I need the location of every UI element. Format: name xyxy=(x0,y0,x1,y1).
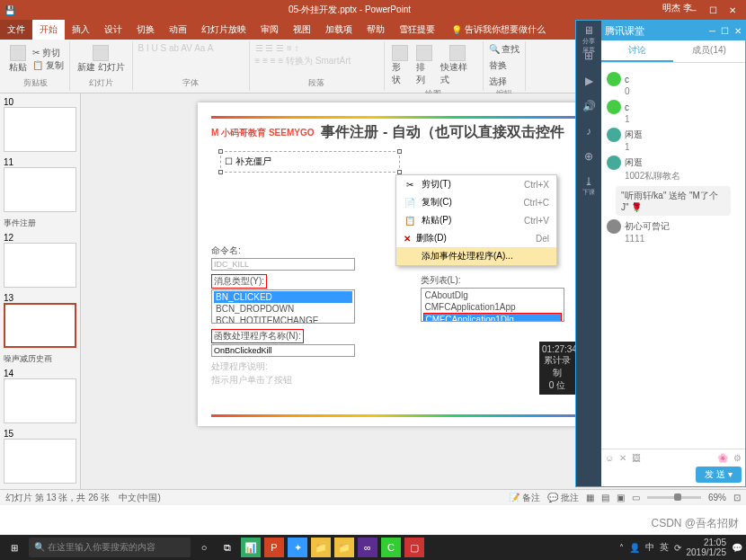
find-button[interactable]: 🔍 查找 xyxy=(489,43,520,56)
class-item-2[interactable]: CMFCApplication1Dlg xyxy=(423,313,562,322)
task-icon-3[interactable]: 📁 xyxy=(334,538,354,557)
fit-button[interactable]: ⊡ xyxy=(733,493,741,502)
new-slide-button[interactable]: 新建 幻灯片 xyxy=(75,43,127,76)
maximize-button[interactable]: ☐ xyxy=(704,5,722,15)
flower-icon[interactable]: 🌸 xyxy=(717,453,728,463)
tab-members[interactable]: 成员(14) xyxy=(673,40,745,62)
tab-insert[interactable]: 插入 xyxy=(65,20,97,40)
select-button[interactable]: 选择 xyxy=(489,76,507,88)
sidebar-icon-4[interactable]: ♪ xyxy=(581,125,597,141)
sidebar-icon-3[interactable]: 🔊 xyxy=(581,100,597,116)
task-icon-2[interactable]: ✦ xyxy=(288,538,307,557)
send-button[interactable]: 发 送 ▾ xyxy=(696,467,742,483)
user-name[interactable]: 明杰 李 xyxy=(662,2,692,14)
quickstyle-button[interactable]: 快速样式 xyxy=(439,43,477,88)
zoom-level[interactable]: 69% xyxy=(708,493,726,502)
msg-list[interactable]: BN_CLICKED BCN_DROPDOWN BCN_HOTITEMCHANG… xyxy=(211,289,355,324)
thumb-14[interactable] xyxy=(4,378,76,423)
cortana-icon[interactable]: ○ xyxy=(194,538,214,557)
checkbox-selection[interactable]: ☐ 补充僵尸 xyxy=(220,151,400,173)
cmd-input[interactable] xyxy=(211,258,355,271)
tab-discuss[interactable]: 讨论 xyxy=(601,40,673,62)
tab-help[interactable]: 帮助 xyxy=(360,20,392,40)
taskview-icon[interactable]: ⧉ xyxy=(218,538,237,557)
msg-item-0[interactable]: BN_CLICKED xyxy=(214,291,352,303)
autosave-icon[interactable]: 💾 xyxy=(4,5,15,15)
view-reading-icon[interactable]: ▣ xyxy=(617,493,625,502)
task-icon-5[interactable]: ▢ xyxy=(404,538,424,557)
comments-button[interactable]: 💬 批注 xyxy=(547,492,579,504)
thumb-11[interactable] xyxy=(4,167,76,212)
thumb-15[interactable] xyxy=(4,439,76,484)
class-item-1[interactable]: CMFCApplication1App xyxy=(423,301,562,313)
ctx-delete[interactable]: ✕删除(D)Del xyxy=(396,229,556,247)
task-powerpoint[interactable]: P xyxy=(264,538,284,557)
shapes-button[interactable]: 形状 xyxy=(390,43,411,88)
msg-item-2[interactable]: BCN_HOTITEMCHANGE xyxy=(214,315,352,324)
view-sorter-icon[interactable]: ▤ xyxy=(601,493,609,502)
image-icon[interactable]: ✕ xyxy=(619,453,626,463)
task-vs[interactable]: ∞ xyxy=(358,538,377,557)
thumb-10[interactable] xyxy=(4,107,76,152)
ctx-copy[interactable]: 📄复制(C)Ctrl+C xyxy=(396,193,556,211)
replace-button[interactable]: 替换 xyxy=(489,59,507,72)
zoom-slider[interactable] xyxy=(647,496,701,499)
section-label-2[interactable]: 噪声减历史画 xyxy=(4,353,76,365)
cut-button[interactable]: ✂ 剪切 xyxy=(32,47,64,59)
tab-slideshow[interactable]: 幻灯片放映 xyxy=(194,20,253,40)
chat-min-button[interactable]: ─ xyxy=(709,26,715,36)
class-list[interactable]: CAboutDlg CMFCApplication1App CMFCApplic… xyxy=(421,288,564,322)
emoji-icon[interactable]: ☺ xyxy=(605,453,614,463)
task-icon-1[interactable]: 📊 xyxy=(241,538,261,557)
task-icon-4[interactable]: C xyxy=(381,538,401,557)
sidebar-icon-6[interactable]: ⤓下课 xyxy=(581,175,597,191)
sidebar-icon-2[interactable]: ▶ xyxy=(581,75,597,91)
task-explorer[interactable]: 📁 xyxy=(311,538,331,557)
slide-thumbnails[interactable]: 10 11 事件注册 12 13 噪声减历史画 14 15 xyxy=(0,93,81,489)
chat-max-button[interactable]: ☐ xyxy=(721,26,729,36)
section-label[interactable]: 事件注册 xyxy=(4,218,76,229)
view-slideshow-icon[interactable]: ▭ xyxy=(632,493,640,502)
language-indicator[interactable]: 中文(中国) xyxy=(119,492,161,504)
tab-extra[interactable]: 雪狂提要 xyxy=(392,20,442,40)
handler-input[interactable] xyxy=(211,344,355,357)
ctx-paste[interactable]: 📋粘贴(P)Ctrl+V xyxy=(396,211,556,229)
paste-button[interactable]: 粘贴 xyxy=(7,43,29,76)
ctx-add-handler[interactable]: 添加事件处理程序(A)... xyxy=(396,247,556,265)
sidebar-icon-5[interactable]: ⊕ xyxy=(581,150,597,166)
start-button[interactable]: ⊞ xyxy=(4,537,25,558)
gear-icon[interactable]: ⚙ xyxy=(733,453,742,463)
notes-button[interactable]: 📝 备注 xyxy=(509,492,540,504)
ime-lang[interactable]: 英 xyxy=(660,541,669,554)
tray-sync-icon[interactable]: ⟳ xyxy=(674,543,681,553)
ime-indicator[interactable]: 中 xyxy=(645,541,654,554)
class-item-0[interactable]: CAboutDlg xyxy=(423,289,562,301)
chat-close-button[interactable]: ✕ xyxy=(734,26,742,36)
tab-addins[interactable]: 加载项 xyxy=(318,20,360,40)
search-input[interactable]: 🔍 在这里输入你要搜索的内容 xyxy=(29,538,191,557)
tab-view[interactable]: 视图 xyxy=(286,20,318,40)
view-normal-icon[interactable]: ▦ xyxy=(586,493,594,502)
file-tab[interactable]: 文件 xyxy=(0,20,32,40)
copy-button[interactable]: 📋 复制 xyxy=(32,59,64,72)
notification-icon[interactable]: 💬 xyxy=(732,543,742,553)
tab-transition[interactable]: 切换 xyxy=(129,20,162,40)
tray-up-icon[interactable]: ˄ xyxy=(619,543,624,553)
tab-design[interactable]: 设计 xyxy=(97,20,129,40)
ctx-cut[interactable]: ✂剪切(T)Ctrl+X xyxy=(396,175,556,193)
chat-list[interactable]: c 0 c 1 闲逛 1 闲逛 1002私聊教名 "听雨轩/ka" 送给 "M了… xyxy=(601,63,745,449)
msg-item-1[interactable]: BCN_DROPDOWN xyxy=(214,303,352,315)
clock[interactable]: 21:052019/1/25 xyxy=(687,538,727,557)
tab-review[interactable]: 审阅 xyxy=(253,20,286,40)
tab-home[interactable]: 开始 xyxy=(32,20,65,40)
attach-icon[interactable]: 🖼 xyxy=(632,453,641,463)
thumb-13[interactable] xyxy=(4,303,76,348)
share-screen-button[interactable]: 🖥分享屏幕 xyxy=(581,24,597,40)
tell-me[interactable]: 💡告诉我你想要做什么 xyxy=(451,20,546,40)
sidebar-icon-1[interactable]: ⊞ xyxy=(581,49,597,66)
smartart-button[interactable]: 转换为 SmartArt xyxy=(286,56,351,66)
thumb-12[interactable] xyxy=(4,243,76,288)
close-button[interactable]: ✕ xyxy=(724,5,742,15)
arrange-button[interactable]: 排列 xyxy=(414,43,435,88)
tray-people-icon[interactable]: 👤 xyxy=(629,543,640,553)
